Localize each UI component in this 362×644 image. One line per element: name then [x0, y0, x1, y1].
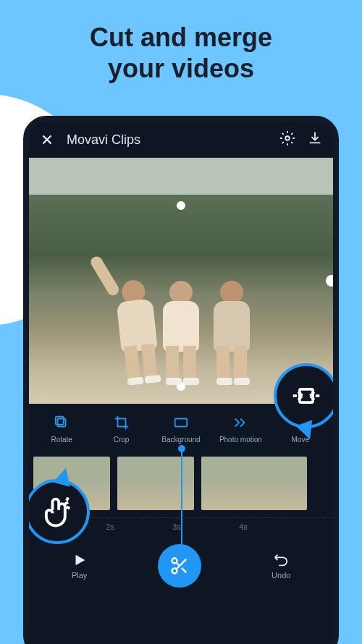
- settings-button[interactable]: [279, 130, 295, 149]
- background-icon: [172, 414, 190, 431]
- rotate-icon: [53, 414, 70, 431]
- play-icon: [72, 552, 88, 568]
- callout-gesture: [25, 479, 90, 544]
- crop-icon: [113, 414, 130, 431]
- play-button[interactable]: Play: [72, 552, 88, 580]
- preview-content: [105, 281, 257, 382]
- time-mark: 2s: [103, 522, 117, 531]
- svg-rect-1: [58, 419, 66, 427]
- crop-handle-right[interactable]: [326, 275, 337, 287]
- undo-icon: [273, 552, 289, 568]
- svg-point-4: [172, 559, 177, 564]
- callout-move: [274, 363, 339, 428]
- video-preview[interactable]: [29, 158, 333, 404]
- app-title: Movavi Clips: [67, 132, 279, 148]
- move-clip-icon: [290, 380, 322, 412]
- export-button[interactable]: [307, 130, 323, 149]
- app-bar: Movavi Clips: [29, 122, 333, 158]
- scissors-icon: [169, 556, 190, 576]
- split-button[interactable]: [158, 544, 201, 588]
- close-button[interactable]: [39, 132, 58, 148]
- tool-label: Background: [161, 436, 200, 444]
- svg-point-5: [172, 569, 177, 574]
- gear-icon: [279, 130, 295, 146]
- tool-background[interactable]: Background: [159, 414, 203, 444]
- swipe-hand-icon: [38, 493, 76, 530]
- tool-label: Crop: [114, 436, 130, 444]
- undo-button[interactable]: Undo: [272, 552, 290, 580]
- control-label: Play: [72, 571, 87, 580]
- clip[interactable]: [116, 455, 195, 512]
- phone-frame: Movavi Clips Rotate Crop: [23, 116, 339, 644]
- download-icon: [307, 130, 323, 146]
- tool-photo-motion[interactable]: Photo motion: [218, 414, 263, 444]
- svg-point-0: [285, 136, 290, 140]
- svg-rect-2: [56, 417, 64, 425]
- tool-label: Rotate: [51, 436, 72, 444]
- clip[interactable]: [200, 455, 308, 512]
- crop-handle-top[interactable]: [177, 201, 185, 210]
- tool-label: Photo motion: [219, 436, 262, 444]
- promo-headline: Cut and merge your videos: [0, 0, 362, 84]
- tool-rotate[interactable]: Rotate: [39, 414, 84, 444]
- control-label: Undo: [272, 571, 290, 580]
- close-icon: [39, 132, 55, 148]
- svg-rect-3: [175, 419, 188, 427]
- time-mark: 3s: [169, 522, 184, 531]
- time-mark: 4s: [236, 522, 251, 531]
- photo-motion-icon: [232, 414, 249, 431]
- tool-crop[interactable]: Crop: [99, 414, 144, 444]
